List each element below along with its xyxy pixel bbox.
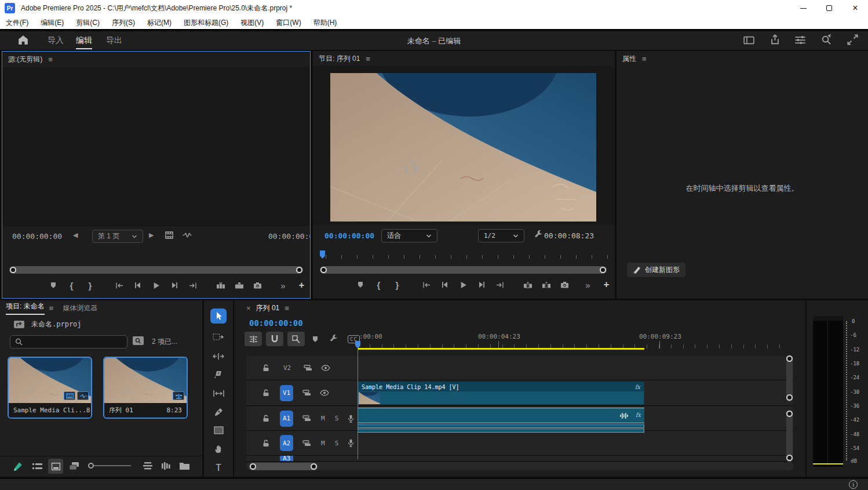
track-target-a3[interactable]: A3: [280, 456, 293, 462]
work-area-bar[interactable]: [358, 348, 644, 350]
sync-lock-icon[interactable]: [302, 440, 311, 447]
source-timecode[interactable]: 00:00:00:00: [12, 232, 62, 241]
sync-lock-icon[interactable]: [304, 365, 312, 371]
thumbnail-zoom-slider[interactable]: [88, 464, 131, 467]
menu-help[interactable]: 帮助(H): [313, 18, 337, 28]
source-zoom-scrollbar[interactable]: [9, 266, 303, 274]
source-prev-page-button[interactable]: ◀: [73, 231, 78, 239]
extract-button[interactable]: [537, 278, 555, 291]
timeline-vscrollbar-audio[interactable]: [786, 410, 793, 462]
timeline-tab[interactable]: 序列 01: [256, 303, 280, 313]
menu-view[interactable]: 视图(V): [240, 18, 264, 28]
share-button[interactable]: [769, 34, 781, 47]
menu-clip[interactable]: 剪辑(C): [76, 18, 100, 28]
track-select-forward-tool[interactable]: [210, 329, 227, 344]
tab-project[interactable]: 项目: 未命名: [6, 302, 45, 315]
add-marker-button[interactable]: [351, 278, 369, 291]
menu-file[interactable]: 文件(F): [6, 18, 28, 28]
go-to-out-button[interactable]: [491, 278, 509, 291]
maximize-button[interactable]: [816, 0, 842, 16]
sync-lock-icon[interactable]: [302, 415, 311, 422]
workspace-button[interactable]: [743, 35, 754, 47]
go-to-in-button[interactable]: [110, 279, 128, 292]
timeline-vscrollbar-video[interactable]: [786, 355, 793, 402]
mark-out-button[interactable]: }: [388, 278, 406, 291]
project-item-sequence[interactable]: 序列 01 8:23: [103, 357, 188, 419]
go-to-in-button[interactable]: [417, 278, 435, 291]
panel-menu-icon[interactable]: ≡: [642, 55, 647, 63]
source-audio-only-button[interactable]: [182, 231, 192, 241]
meter-bar-right[interactable]: [828, 316, 843, 467]
track-target-v1[interactable]: V1: [280, 385, 293, 401]
lock-icon[interactable]: [262, 389, 269, 397]
timeline-tab-close-icon[interactable]: ×: [246, 304, 251, 313]
program-video-frame[interactable]: [330, 73, 596, 222]
menu-graphics[interactable]: 图形和标题(G): [184, 18, 228, 28]
program-settings-button[interactable]: [534, 230, 543, 241]
timeline-add-marker-button[interactable]: [309, 332, 322, 346]
program-zoom-scrollbar[interactable]: [320, 266, 607, 274]
play-button[interactable]: [147, 279, 165, 292]
ripple-edit-tool[interactable]: [210, 349, 227, 364]
program-mini-ruler[interactable]: [320, 251, 608, 259]
breadcrumb-label[interactable]: 未命名.prproj: [31, 320, 82, 329]
razor-tool[interactable]: [210, 367, 227, 382]
navigate-up-bin-icon[interactable]: [14, 321, 24, 328]
icon-view-button[interactable]: [48, 459, 63, 474]
new-bin-folder-icon[interactable]: [180, 462, 189, 470]
vscroll-top-handle[interactable]: [786, 355, 793, 362]
audio-clip-gain-strip-2[interactable]: [358, 429, 644, 433]
scrollbar-left-handle[interactable]: [320, 267, 327, 273]
track-target-a2[interactable]: A2: [280, 435, 293, 451]
mark-in-button[interactable]: {: [63, 279, 81, 292]
source-video-only-button[interactable]: [165, 231, 174, 241]
tab-media-browser[interactable]: 媒体浏览器: [63, 303, 97, 313]
step-forward-button[interactable]: [473, 278, 491, 291]
panel-menu-icon[interactable]: ≡: [48, 55, 53, 64]
timeline-hscrollbar-handle[interactable]: [249, 463, 318, 470]
slip-tool[interactable]: [210, 386, 227, 401]
vscroll-bottom-handle[interactable]: [786, 394, 793, 401]
list-view-icon[interactable]: [32, 463, 42, 470]
more-buttons[interactable]: »: [579, 278, 597, 291]
solo-button[interactable]: S: [335, 415, 339, 422]
lock-icon[interactable]: [262, 440, 269, 447]
vscroll-bottom-handle[interactable]: [786, 455, 793, 461]
audio-clip-main[interactable]: fx: [358, 408, 644, 423]
fullscreen-button[interactable]: [847, 34, 858, 47]
panel-menu-icon[interactable]: ≡: [285, 304, 289, 313]
go-to-out-button[interactable]: [184, 279, 202, 292]
mute-button[interactable]: M: [321, 440, 325, 447]
eye-icon[interactable]: [321, 365, 330, 371]
mark-out-button[interactable]: }: [81, 279, 99, 292]
rectangle-tool[interactable]: [210, 423, 227, 438]
type-tool[interactable]: T: [210, 460, 227, 475]
vscroll-top-handle[interactable]: [786, 411, 793, 417]
video-clip[interactable]: Sample Media Clip 14.mp4 [V] fx: [358, 382, 644, 405]
program-playhead[interactable]: [320, 251, 325, 259]
mute-button[interactable]: M: [321, 415, 325, 422]
source-next-page-button[interactable]: ▶: [149, 231, 154, 239]
audio-clip-gain-strip-1[interactable]: [358, 424, 644, 428]
snap-button[interactable]: [266, 332, 283, 346]
overwrite-button[interactable]: [230, 279, 248, 292]
program-timecode[interactable]: 00:00:00:00: [324, 231, 374, 240]
track-target-v2[interactable]: V2: [283, 364, 291, 372]
menu-markers[interactable]: 标记(M): [147, 18, 172, 28]
program-zoom-select[interactable]: 适合: [381, 229, 437, 242]
scrollbar-right-handle[interactable]: [296, 267, 302, 273]
linked-selection-button[interactable]: [287, 332, 305, 346]
timeline-timecode[interactable]: 00:00:00:00: [249, 318, 303, 328]
video-badge-icon[interactable]: [64, 391, 75, 400]
button-editor-add[interactable]: +: [293, 279, 311, 292]
source-panel-title[interactable]: 源:(无剪辑): [8, 55, 42, 64]
source-page-select[interactable]: 第 1 页: [92, 230, 143, 243]
more-buttons[interactable]: »: [274, 279, 292, 292]
menu-edit[interactable]: 编辑(E): [41, 18, 64, 28]
properties-panel-title[interactable]: 属性: [622, 54, 636, 64]
step-back-button[interactable]: [436, 278, 454, 291]
automate-to-sequence-icon[interactable]: [162, 462, 172, 470]
scrollbar-right-handle[interactable]: [600, 267, 606, 273]
project-item-clip[interactable]: Sample Media Cli... 8:23: [8, 357, 92, 419]
create-graphic-button[interactable]: 创建新图形: [627, 263, 685, 277]
